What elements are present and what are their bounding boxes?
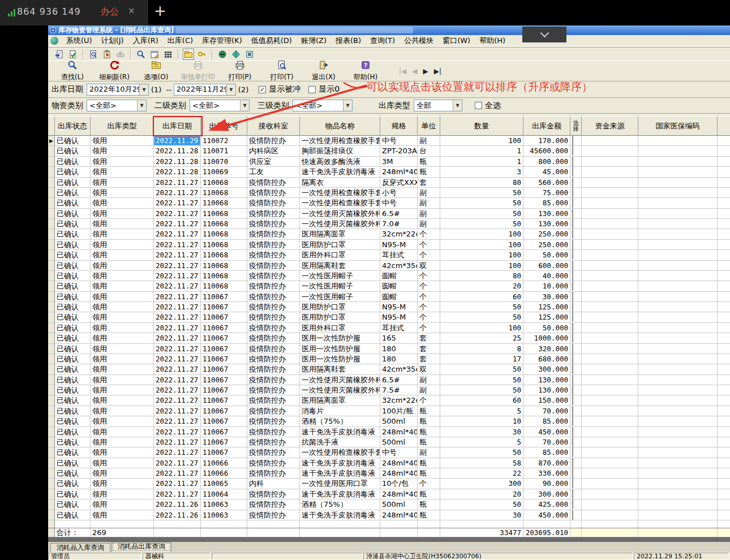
dropdown-arrow-icon[interactable]: ▼ [139,84,148,95]
row-select-checkbox[interactable] [572,458,573,468]
row-select-checkbox[interactable] [572,178,573,187]
folder-icon[interactable] [183,49,194,60]
row-select-checkbox[interactable] [572,229,573,239]
row-select-checkbox[interactable] [572,499,573,509]
row-select-checkbox[interactable] [572,136,573,145]
table-row[interactable]: 已确认领用2022.11.27110068疫情防控办医用防护口罩N95-M个10… [48,240,730,250]
table-row[interactable]: 已确认领用2022.11.28110071内科病区胸部振荡排痰仪ZPT-203A… [48,146,730,156]
column-header-9[interactable]: 数量 [440,116,523,136]
dropdown-arrow-icon[interactable]: ▼ [137,100,146,111]
column-header-13[interactable]: 国家医保编码 [638,116,718,136]
row-select-checkbox[interactable] [572,333,573,343]
menu-item[interactable]: 报表(B) [331,35,366,47]
row-select-checkbox[interactable] [572,209,573,218]
column-header-2[interactable]: 出库类型 [91,116,154,136]
menu-item[interactable]: 系统(U) [62,35,97,47]
table-row[interactable] [48,520,730,528]
row-select-checkbox[interactable] [572,219,573,229]
menu-item[interactable]: 库存管理(K) [197,35,247,47]
doc-check-icon[interactable] [67,49,79,60]
row-select-checkbox[interactable] [572,240,573,249]
date-from-select[interactable]: 2022年10月29日 ▼ [87,84,149,96]
dropdown-arrow-icon[interactable]: ▼ [343,100,352,111]
row-select-checkbox[interactable] [572,157,573,166]
menu-item[interactable]: 窗口(W) [438,35,475,47]
date-to-select[interactable]: 2022年11月29日 ▼ [174,84,236,96]
toolbar-button-help[interactable]: ?帮助(H) [345,62,387,81]
column-header-10[interactable]: 出库金额 [523,116,570,136]
row-select-checkbox[interactable] [572,261,573,270]
table-row[interactable]: 已确认领用2022.11.26110063疫情防控办速干免洗手皮肤消毒液248m… [48,510,730,520]
bottom-tab-2[interactable]: 消耗品出库查询 [111,542,171,552]
column-header-8[interactable]: 单位 [418,116,440,136]
toolbar-button-printer[interactable]: 打印(P) [219,62,261,81]
table-row[interactable]: 已确认领用2022.11.27110067疫情防控办速干免洗手皮肤消毒液248m… [48,427,730,437]
table-row[interactable]: 已确认领用2022.11.28110069工友速干免洗手皮肤消毒液248ml*4… [48,167,730,177]
dropdown-arrow-icon[interactable]: ▼ [453,100,462,111]
doc-view-icon[interactable] [88,49,99,60]
table-row[interactable]: 已确认领用2022.11.27110067疫情防控办医用一次性防护服180套83… [48,344,730,354]
row-select-checkbox[interactable] [572,510,573,520]
row-select-checkbox[interactable] [572,188,573,197]
row-select-checkbox[interactable] [572,364,573,374]
table-row[interactable]: ▶已确认领用2022.11.29110072疫情防控办一次性使用检查橡胶手套中号… [48,136,730,146]
grid-icon[interactable] [162,49,174,60]
row-select-checkbox[interactable] [572,385,573,395]
row-select-checkbox[interactable] [572,395,573,405]
row-select-checkbox[interactable] [572,312,573,322]
menu-item[interactable]: 低值易耗(D) [247,35,297,47]
menu-item[interactable]: 出库(C) [163,35,197,47]
magnifier-icon[interactable] [135,49,147,60]
calendar-icon[interactable] [149,49,160,60]
key-icon[interactable] [196,49,208,60]
close-box-icon[interactable] [244,49,255,60]
table-row[interactable]: 已确认领用2022.11.27110067疫情防控办医用隔离面罩32cm*22c… [48,395,730,406]
row-select-checkbox[interactable] [572,427,573,437]
menu-item[interactable]: 计划(J) [97,35,128,47]
row-select-checkbox[interactable] [572,406,573,416]
row-select-checkbox[interactable] [572,437,573,447]
bottom-tab-1[interactable]: 消耗品入库查询 [50,543,110,552]
minus-circle-icon[interactable] [217,49,228,60]
row-select-checkbox[interactable] [572,489,573,499]
table-row[interactable]: 已确认领用2022.11.27110067疫情防控办医用一次性防护服180套17… [48,354,730,364]
table-row[interactable]: 已确认领用2022.11.27110067疫情防控办医用隔离鞋套42cm*35c… [48,364,730,374]
table-row[interactable]: 已确认领用2022.11.27110068疫情防控办医用外科口罩耳挂式个1005… [48,250,730,260]
row-select-checkbox[interactable] [572,447,573,457]
row-select-checkbox[interactable] [572,354,573,364]
table-row[interactable]: 已确认领用2022.11.27110067疫情防控办医用防护口罩N95-M个50… [48,312,730,322]
row-select-checkbox[interactable] [572,281,573,291]
toolbar-button-refresh[interactable]: 细刷新(R) [93,62,135,81]
row-select-checkbox[interactable] [572,146,573,156]
table-row[interactable]: 已确认领用2022.11.27110068疫情防控办一次性医用帽子圆帽个2010… [48,281,730,291]
table-row[interactable]: 已确认领用2022.11.27110068疫情防控办一次性使用检查橡胶手套小号副… [48,188,730,198]
table-row[interactable]: 已确认领用2022.11.27110068疫情防控办医用隔离面罩32cm*22c… [48,229,730,239]
table-row[interactable]: 已确认领用2022.11.27110067疫情防控办一次性医用帽子圆帽个6030… [48,292,730,302]
column-header-11[interactable]: 选择 [570,116,582,136]
menu-item[interactable]: 账簿(Z) [297,35,331,47]
tab-close-icon[interactable]: × [128,6,135,16]
table-row[interactable]: 已确认领用2022.11.27110068疫情防控办一次性医用帽子圆帽个8040… [48,271,730,281]
table-row[interactable]: 已确认领用2022.11.27110067疫情防控办抗菌洗手液500ml瓶570… [48,437,730,447]
category3-select[interactable]: <全部> ▼ [293,100,353,111]
row-select-checkbox[interactable] [572,250,573,260]
horizontal-scrollbar[interactable] [48,537,730,542]
row-select-checkbox[interactable] [572,468,573,478]
category2-select[interactable]: <全部> ▼ [190,100,250,111]
nav-arrow-button[interactable]: ▶ [423,67,428,75]
table-row[interactable]: 已确认领用2022.11.27110068疫情防控办医用隔离鞋套42cm*35c… [48,261,730,271]
table-row[interactable]: 已确认领用2022.11.27110067疫情防控办一次性使用检查橡胶手套中号副… [48,447,730,458]
column-header-4[interactable]: 出库单号 [201,116,247,136]
table-row[interactable]: 已确认领用2022.11.27110067疫情防控办消毒片100片/瓶瓶570.… [48,406,730,416]
table-row[interactable]: 已确认领用2022.11.27110064疫情防控办速干免洗手皮肤消毒液248m… [48,489,730,499]
table-row[interactable]: 已确认领用2022.11.27110068疫情防控办隔离衣反穿式XXX套8056… [48,178,730,188]
row-select-checkbox[interactable] [572,375,573,385]
menu-item[interactable]: 公共模块 [400,35,438,47]
row-select-checkbox[interactable] [572,344,573,354]
table-row[interactable]: 已确认领用2022.11.27110066疫情防控办速干免洗手皮肤消毒液248m… [48,458,730,468]
table-row[interactable]: 已确认领用2022.11.27110065内科一次性使用医用口罩10个/包个30… [48,479,730,489]
collapse-chevron-button[interactable] [522,27,566,42]
dropdown-arrow-icon[interactable]: ▼ [240,100,249,111]
menu-item[interactable]: 查询(T) [366,35,400,47]
tab-office[interactable]: 办公 [101,6,119,18]
